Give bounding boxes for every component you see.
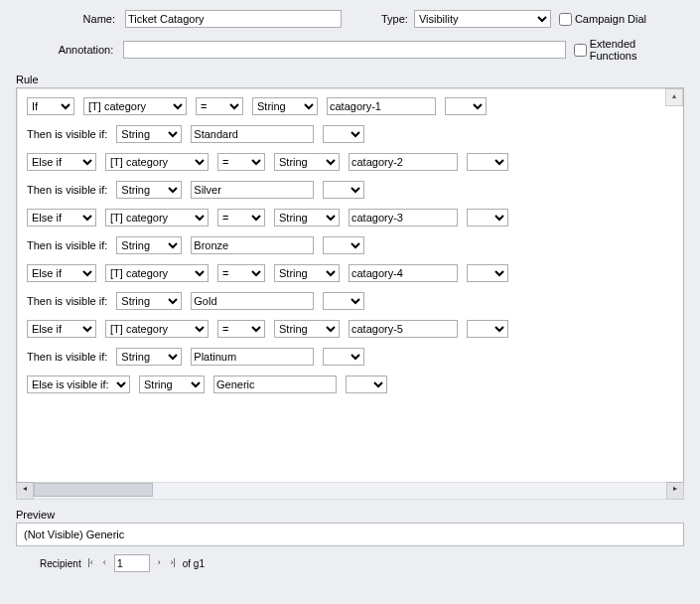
next-page-button[interactable]: ›: [155, 557, 164, 570]
condition-select[interactable]: Else if: [27, 153, 96, 171]
then-extra-select[interactable]: [323, 292, 364, 310]
last-page-button[interactable]: ›|: [169, 557, 178, 570]
operator-select[interactable]: =: [217, 264, 265, 282]
condition-select[interactable]: Else if: [27, 320, 96, 338]
then-value-input[interactable]: [191, 292, 314, 310]
then-type-select[interactable]: String: [116, 348, 182, 366]
type-select[interactable]: Visibility: [414, 10, 551, 28]
then-value-input[interactable]: [191, 348, 314, 366]
then-type-select[interactable]: String: [116, 125, 182, 143]
value-type-select[interactable]: String: [274, 320, 340, 338]
operator-select[interactable]: =: [196, 97, 243, 115]
page-number-input[interactable]: [114, 554, 150, 572]
rule-section-title: Rule: [16, 74, 684, 85]
value-input[interactable]: [349, 264, 458, 282]
value-input[interactable]: [327, 97, 436, 115]
rule-line: Then is visible if:String: [27, 292, 673, 310]
scroll-right-button[interactable]: ▸: [666, 482, 684, 500]
else-type-select[interactable]: String: [139, 376, 205, 393]
operator-select[interactable]: =: [217, 153, 265, 171]
name-label: Name:: [16, 13, 125, 25]
top-form: Name: Type: Visibility Campaign Dial Ann…: [16, 10, 684, 62]
scroll-left-button[interactable]: ◂: [16, 482, 34, 500]
value-input[interactable]: [349, 209, 458, 226]
value-type-select[interactable]: String: [252, 97, 318, 115]
scroll-track[interactable]: [34, 482, 666, 500]
rules-container: If[T] category=StringThen is visible if:…: [27, 97, 673, 393]
field-select[interactable]: [T] category: [105, 264, 209, 282]
name-input[interactable]: [125, 10, 342, 28]
then-label: Then is visible if:: [27, 295, 107, 307]
extra-select[interactable]: [467, 209, 508, 226]
value-type-select[interactable]: String: [274, 264, 340, 282]
then-value-input[interactable]: [191, 236, 314, 254]
else-condition-select[interactable]: Else is visible if:: [27, 376, 130, 393]
condition-select[interactable]: If: [27, 97, 74, 115]
rule-line: Else if[T] category=String: [27, 209, 673, 226]
campaign-dial-checkbox-wrap[interactable]: Campaign Dial: [559, 13, 646, 26]
field-select[interactable]: [T] category: [105, 320, 209, 338]
then-type-select[interactable]: String: [116, 181, 182, 199]
then-label: Then is visible if:: [27, 184, 107, 196]
then-type-select[interactable]: String: [116, 292, 182, 310]
recipient-bar: Recipient |‹ ‹ › ›| of g1: [16, 554, 684, 572]
field-select[interactable]: [T] category: [105, 153, 209, 171]
rule-line: Then is visible if:String: [27, 125, 673, 143]
page-of-text: of g1: [183, 558, 205, 569]
value-type-select[interactable]: String: [274, 209, 340, 226]
then-label: Then is visible if:: [27, 128, 107, 140]
condition-select[interactable]: Else if: [27, 209, 96, 226]
preview-text: (Not Visible) Generic: [24, 528, 124, 540]
preview-section-title: Preview: [16, 509, 684, 521]
operator-select[interactable]: =: [217, 209, 265, 226]
scroll-thumb[interactable]: [34, 483, 153, 497]
type-label: Type:: [381, 13, 414, 25]
else-value-input[interactable]: [213, 376, 337, 393]
then-extra-select[interactable]: [323, 236, 364, 254]
rule-box: ▴ If[T] category=StringThen is visible i…: [16, 87, 684, 483]
extended-functions-label: Extended Functions: [590, 38, 684, 62]
annotation-input[interactable]: [123, 41, 565, 59]
then-extra-select[interactable]: [323, 125, 364, 143]
value-input[interactable]: [349, 153, 458, 171]
extra-select[interactable]: [445, 97, 487, 115]
extra-select[interactable]: [467, 320, 508, 338]
then-value-input[interactable]: [191, 125, 314, 143]
rule-line: Then is visible if:String: [27, 348, 673, 366]
scroll-up-icon[interactable]: ▴: [665, 88, 683, 106]
rule-line: Else if[T] category=String: [27, 320, 673, 338]
name-row: Name: Type: Visibility Campaign Dial: [16, 10, 684, 28]
recipient-label: Recipient: [40, 558, 81, 569]
first-page-button[interactable]: |‹: [86, 557, 95, 570]
extra-select[interactable]: [467, 264, 508, 282]
rule-line: Else if[T] category=String: [27, 264, 673, 282]
condition-select[interactable]: Else if: [27, 264, 96, 282]
then-extra-select[interactable]: [323, 348, 364, 366]
preview-box: (Not Visible) Generic: [16, 523, 684, 546]
prev-page-button[interactable]: ‹: [100, 557, 109, 570]
extended-functions-checkbox[interactable]: [574, 44, 587, 57]
else-extra-select[interactable]: [346, 376, 387, 393]
rule-editor-panel: Name: Type: Visibility Campaign Dial Ann…: [0, 0, 700, 582]
field-select[interactable]: [T] category: [105, 209, 209, 226]
horizontal-scrollbar[interactable]: ◂ ▸: [16, 483, 684, 499]
extended-functions-checkbox-wrap[interactable]: Extended Functions: [574, 38, 684, 62]
rule-line: Else is visible if:String: [27, 376, 673, 393]
rule-line: Else if[T] category=String: [27, 153, 673, 171]
operator-select[interactable]: =: [217, 320, 265, 338]
then-label: Then is visible if:: [27, 351, 107, 363]
field-select[interactable]: [T] category: [83, 97, 187, 115]
then-label: Then is visible if:: [27, 239, 107, 251]
annotation-row: Annotation: Extended Functions: [16, 38, 684, 62]
extra-select[interactable]: [467, 153, 508, 171]
campaign-dial-checkbox[interactable]: [559, 13, 572, 26]
annotation-label: Annotation:: [16, 44, 123, 56]
rule-line: Then is visible if:String: [27, 181, 673, 199]
then-value-input[interactable]: [191, 181, 314, 199]
rule-line: Then is visible if:String: [27, 236, 673, 254]
campaign-dial-label: Campaign Dial: [575, 13, 646, 25]
value-input[interactable]: [349, 320, 458, 338]
then-type-select[interactable]: String: [116, 236, 182, 254]
value-type-select[interactable]: String: [274, 153, 340, 171]
then-extra-select[interactable]: [323, 181, 364, 199]
